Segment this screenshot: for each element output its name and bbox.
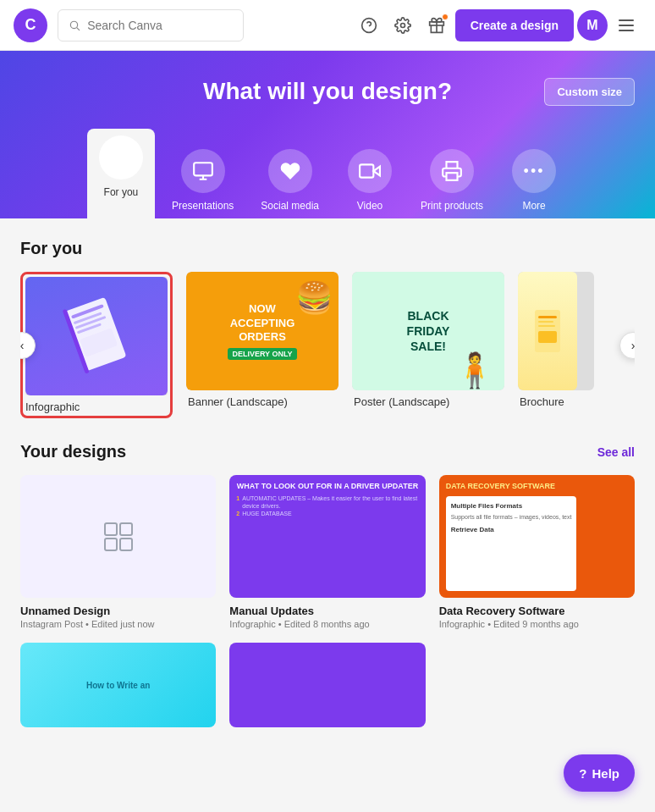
banner-title: NOWACCEPTINGORDERS xyxy=(228,302,296,345)
help-circle-icon xyxy=(361,17,377,34)
templates-carousel-wrapper: ‹ xyxy=(20,272,635,418)
empty-slot xyxy=(439,643,635,727)
how-to-write-thumb: How to Write an xyxy=(20,643,216,727)
svg-rect-26 xyxy=(120,539,132,550)
see-all-link[interactable]: See all xyxy=(597,445,635,459)
svg-rect-23 xyxy=(105,523,117,535)
main-content: For you ‹ xyxy=(0,218,655,748)
purple-thumb xyxy=(229,643,425,727)
social-media-label: Social media xyxy=(261,200,319,212)
settings-button[interactable] xyxy=(388,10,418,41)
sidebar-item-social-media[interactable]: Social media xyxy=(250,142,329,218)
bottom-designs-row: How to Write an xyxy=(20,643,635,727)
design-manual-updates[interactable]: WHAT TO LOOK OUT FOR IN A DRIVER UPDATER… xyxy=(229,475,425,629)
hero-title: What will you design? xyxy=(20,78,635,105)
canva-logo[interactable]: C xyxy=(14,8,47,42)
design-how-to-write[interactable]: How to Write an xyxy=(20,643,216,727)
template-banner-landscape[interactable]: NOWACCEPTINGORDERS DELIVERY ONLY 🍔 Banne… xyxy=(186,272,339,418)
menu-line-3 xyxy=(619,30,634,31)
gift-button[interactable] xyxy=(421,10,452,41)
search-input[interactable] xyxy=(87,19,233,32)
hamburger-menu-button[interactable] xyxy=(611,10,641,41)
template-poster-label: Poster (Landscape) xyxy=(352,395,504,408)
svg-line-1 xyxy=(77,27,80,30)
print-products-icon-wrap xyxy=(430,149,474,193)
design-recovery-thumb: DATA RECOVERY SOFTWARE Multiple Files Fo… xyxy=(439,475,635,598)
svg-point-0 xyxy=(70,21,77,28)
design-manual-thumb: WHAT TO LOOK OUT FOR IN A DRIVER UPDATER… xyxy=(229,475,425,598)
sidebar-item-presentations[interactable]: Presentations xyxy=(162,142,244,218)
design-data-recovery[interactable]: DATA RECOVERY SOFTWARE Multiple Files Fo… xyxy=(439,475,635,629)
logo-letter: C xyxy=(25,16,36,34)
help-circle-button[interactable] xyxy=(354,10,384,41)
sidebar-item-more[interactable]: ••• More xyxy=(500,142,568,218)
header-icons: Create a design M xyxy=(354,9,641,41)
template-brochure-thumb xyxy=(518,272,594,390)
for-you-section-title: For you xyxy=(20,239,635,258)
template-infographic[interactable]: Infographic xyxy=(20,272,173,418)
sidebar-item-for-you[interactable]: For you xyxy=(87,129,155,218)
banner-badge: DELIVERY ONLY xyxy=(228,348,296,360)
manual-item-2: 2 HUGE DATABASE xyxy=(236,510,418,517)
chevron-left-icon: ‹ xyxy=(20,339,24,352)
search-icon xyxy=(69,19,80,32)
template-brochure[interactable]: Brochure xyxy=(518,272,594,418)
design-unnamed[interactable]: Unnamed Design Instagram Post • Edited j… xyxy=(20,475,216,629)
search-bar[interactable] xyxy=(58,9,244,41)
svg-rect-19 xyxy=(538,316,557,318)
manual-thumb-content: WHAT TO LOOK OUT FOR IN A DRIVER UPDATER… xyxy=(229,475,425,598)
sidebar-item-print-products[interactable]: Print products xyxy=(410,142,493,218)
print-products-label: Print products xyxy=(421,200,483,212)
banner-content: NOWACCEPTINGORDERS DELIVERY ONLY xyxy=(221,296,303,367)
recovery-body: Multiple Files Formats Supports all file… xyxy=(451,501,572,534)
book-icon xyxy=(56,290,138,383)
grid-placeholder-icon xyxy=(102,520,135,554)
video-icon xyxy=(359,160,381,182)
create-design-button[interactable]: Create a design xyxy=(455,9,574,41)
recovery-feature-1-desc: Supports all file formats – images, vide… xyxy=(451,513,572,522)
brochure-bg xyxy=(518,272,577,390)
printer-icon xyxy=(441,160,463,182)
banner-bg: NOWACCEPTINGORDERS DELIVERY ONLY 🍔 xyxy=(186,272,339,390)
design-recovery-name: Data Recovery Software xyxy=(439,605,635,617)
recovery-title: DATA RECOVERY SOFTWARE xyxy=(446,482,555,491)
poster-bg: BLACKFRIDAYSALE! 🧍 xyxy=(352,272,504,390)
brochure-icon xyxy=(531,306,564,356)
svg-rect-20 xyxy=(538,321,553,323)
more-dots-icon: ••• xyxy=(524,163,545,180)
video-label: Video xyxy=(357,200,383,212)
more-label: More xyxy=(522,200,545,212)
your-designs-title: Your designs xyxy=(20,442,126,461)
template-poster-landscape[interactable]: BLACKFRIDAYSALE! 🧍 Poster (Landscape) xyxy=(352,272,504,418)
your-designs-header: Your designs See all xyxy=(20,442,635,461)
designs-grid: Unnamed Design Instagram Post • Edited j… xyxy=(20,475,635,629)
app-header: C Create a design M xyxy=(0,0,655,51)
svg-point-4 xyxy=(400,23,405,27)
sparkle-icon xyxy=(110,146,132,168)
write-thumb-content: How to Write an xyxy=(20,643,216,727)
menu-line-1 xyxy=(619,19,634,21)
template-banner-label: Banner (Landscape) xyxy=(186,395,339,408)
design-unnamed-meta: Instagram Post • Edited just now xyxy=(20,619,216,629)
sidebar-item-video[interactable]: Video xyxy=(336,142,404,218)
gift-notification-dot xyxy=(442,14,449,20)
for-you-icon-wrap xyxy=(99,135,143,180)
design-recovery-meta: Infographic • Edited 9 months ago xyxy=(439,619,635,629)
template-poster-thumb: BLACKFRIDAYSALE! 🧍 xyxy=(352,272,504,390)
social-media-icon-wrap xyxy=(268,149,312,193)
recovery-feature-1: Multiple Files Formats xyxy=(451,501,572,511)
svg-rect-7 xyxy=(194,163,212,175)
svg-rect-9 xyxy=(360,164,373,177)
active-indicator xyxy=(113,203,129,212)
recovery-thumb-content: DATA RECOVERY SOFTWARE Multiple Files Fo… xyxy=(439,475,635,598)
hero-banner: What will you design? Custom size For yo… xyxy=(0,51,655,218)
svg-rect-10 xyxy=(447,173,458,180)
category-row: For you Presentations Social media xyxy=(20,129,635,218)
design-purple[interactable] xyxy=(229,643,425,727)
avatar[interactable]: M xyxy=(577,10,608,41)
manual-thumb-title: WHAT TO LOOK OUT FOR IN A DRIVER UPDATER xyxy=(236,482,418,491)
recovery-feature-2: Retrieve Data xyxy=(451,525,572,534)
custom-size-button[interactable]: Custom size xyxy=(544,78,635,106)
svg-marker-8 xyxy=(373,167,380,176)
template-banner-thumb: NOWACCEPTINGORDERS DELIVERY ONLY 🍔 xyxy=(186,272,339,390)
